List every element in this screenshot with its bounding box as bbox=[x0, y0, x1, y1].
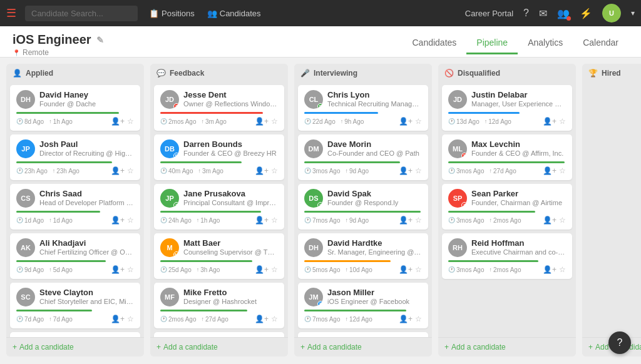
mail-icon[interactable]: ✉ bbox=[539, 8, 547, 19]
star-btn[interactable]: ☆ bbox=[415, 216, 422, 225]
add-candidate-btn[interactable]: 👤+ bbox=[543, 265, 556, 274]
list-item[interactable]: DM Dave Morin Co-Founder and CEO @ Path … bbox=[298, 134, 428, 180]
career-portal-link[interactable]: Career Portal bbox=[465, 9, 513, 18]
star-btn[interactable]: ☆ bbox=[559, 166, 566, 175]
add-candidate-btn[interactable]: 👤+ bbox=[255, 117, 269, 126]
list-item[interactable]: CS Chris Saad Head of Developer Platform… bbox=[10, 184, 140, 230]
star-btn[interactable]: ☆ bbox=[271, 265, 278, 274]
add-candidate-btn[interactable]: 👤+ bbox=[111, 117, 125, 126]
list-item[interactable]: MF Mike Fretto Designer @ Hashrocket 🕐 2… bbox=[154, 283, 284, 328]
progress-bar bbox=[304, 112, 378, 114]
card-times: 🕐 23h Ago ↑ 23h Ago bbox=[16, 168, 79, 174]
list-item[interactable]: CT Chris Tottman 👤+ ☆ bbox=[154, 332, 284, 337]
add-candidate-btn[interactable]: 👤+ bbox=[255, 166, 269, 175]
help-fab[interactable]: ? bbox=[608, 331, 631, 354]
star-btn[interactable]: ☆ bbox=[127, 315, 134, 323]
star-btn[interactable]: ☆ bbox=[559, 265, 566, 274]
help-icon[interactable]: ? bbox=[523, 8, 529, 19]
list-item[interactable]: JD 2 Jesse Dent Owner @ Reflections Wind… bbox=[154, 85, 284, 131]
star-btn[interactable]: ☆ bbox=[127, 166, 134, 175]
star-btn[interactable]: ☆ bbox=[127, 216, 134, 225]
star-btn[interactable]: ☆ bbox=[271, 166, 278, 175]
add-candidate-btn[interactable]: 👤+ bbox=[543, 216, 556, 225]
add-candidate-btn[interactable]: 👤+ bbox=[399, 166, 413, 175]
add-candidate-btn[interactable]: 👤+ bbox=[399, 265, 413, 274]
user-avatar[interactable]: U bbox=[602, 4, 621, 23]
list-item[interactable]: DB R Darren Bounds Founder & CEO @ Breez… bbox=[154, 134, 284, 180]
positions-nav[interactable]: 📋 Positions bbox=[149, 9, 195, 18]
list-item[interactable]: M M Matt Baer Counseling Supervisor @ Th… bbox=[154, 233, 284, 279]
list-item[interactable]: SC Steve Clayton Chief Storyteller and E… bbox=[10, 283, 140, 328]
add-candidate-feedback[interactable]: +Add a candidate bbox=[150, 337, 288, 356]
list-item[interactable]: JP 2 Jane Prusakova Principal Consultant… bbox=[154, 184, 284, 230]
star-btn[interactable]: ☆ bbox=[127, 265, 134, 274]
cards-scroll-disqualified: JD Justin Delabar Manager, User Experien… bbox=[438, 83, 576, 337]
list-item[interactable]: JM T Jason Miller iOS Engineer @ Faceboo… bbox=[298, 283, 428, 328]
list-item[interactable]: DH David Hardtke Sr. Manager, Engineerin… bbox=[298, 233, 428, 279]
star-btn[interactable]: ☆ bbox=[127, 117, 134, 126]
star-btn[interactable]: ☆ bbox=[271, 216, 278, 225]
tab-calendar[interactable]: Calendar bbox=[573, 33, 628, 54]
candidate-title: Founder & CEO @ Affirm, Inc. bbox=[471, 149, 566, 157]
card-info: Chris Saad Head of Developer Platform @ … bbox=[39, 189, 134, 206]
list-item[interactable]: RH Reid Hoffman Executive Chairman and c… bbox=[442, 233, 572, 279]
subheader: iOS Engineer ✎ 📍 Remote Candidates Pipel… bbox=[0, 26, 641, 58]
add-candidate-btn[interactable]: 👤+ bbox=[255, 265, 269, 274]
list-item[interactable]: RZ Randi Zuckerb... 👤+ ☆ bbox=[298, 332, 428, 337]
tab-analytics[interactable]: Analytics bbox=[518, 33, 573, 54]
add-candidate-btn[interactable]: 👤+ bbox=[543, 117, 556, 126]
add-candidate-btn[interactable]: 👤+ bbox=[111, 265, 125, 274]
card-top: CL E Chris Lyon Technical Recruiting Man… bbox=[304, 90, 422, 109]
star-btn[interactable]: ☆ bbox=[415, 117, 422, 126]
star-btn[interactable]: ☆ bbox=[559, 117, 566, 126]
card-actions: 👤+ ☆ bbox=[399, 265, 422, 274]
list-item[interactable]: JP Josh Paul Director of Recruiting @ Hi… bbox=[10, 134, 140, 180]
network-icon[interactable]: 👥 bbox=[557, 8, 570, 19]
star-btn[interactable]: ☆ bbox=[559, 216, 566, 225]
candidates-nav[interactable]: 👥 Candidates bbox=[207, 9, 261, 18]
star-btn[interactable]: ☆ bbox=[271, 117, 278, 126]
plus-icon: + bbox=[156, 343, 161, 351]
clock-icon: 🕐 bbox=[448, 118, 455, 124]
add-candidate-btn[interactable]: 👤+ bbox=[255, 315, 269, 323]
add-candidate-btn[interactable]: 👤+ bbox=[111, 315, 125, 323]
star-btn[interactable]: ☆ bbox=[271, 315, 278, 323]
add-candidate-btn[interactable]: 👤+ bbox=[111, 166, 125, 175]
hamburger-icon[interactable]: ☰ bbox=[6, 6, 16, 20]
add-candidate-btn[interactable]: 👤+ bbox=[543, 166, 556, 175]
lightning-icon[interactable]: ⚡ bbox=[580, 8, 592, 19]
star-btn[interactable]: ☆ bbox=[415, 315, 422, 323]
candidate-name: Jane Prusakova bbox=[183, 189, 278, 198]
list-item[interactable]: DH David Haney Founder @ Dache 🕐 8d Ago … bbox=[10, 85, 140, 131]
list-item[interactable]: CM Chris Messina 👤+ ☆ bbox=[10, 332, 140, 337]
list-item[interactable]: DS 2 David Spak Founder @ Respond.ly 🕐 7… bbox=[298, 184, 428, 230]
add-candidate-applied[interactable]: +Add a candidate bbox=[6, 337, 144, 356]
list-item[interactable]: AK Ali Khadjavi Chief Fertilizing Office… bbox=[10, 233, 140, 279]
add-candidate-interviewing[interactable]: +Add a candidate bbox=[294, 337, 432, 356]
add-candidate-btn[interactable]: 👤+ bbox=[111, 216, 125, 225]
list-item[interactable]: SP 1 Sean Parker Founder, Chairman @ Air… bbox=[442, 184, 572, 230]
tab-candidates[interactable]: Candidates bbox=[402, 33, 466, 54]
add-candidate-btn[interactable]: 👤+ bbox=[399, 216, 413, 225]
clock-icon: 🕐 bbox=[160, 316, 167, 322]
user-menu-arrow[interactable]: ▾ bbox=[631, 9, 635, 18]
add-candidate-btn[interactable]: 👤+ bbox=[399, 315, 413, 323]
list-item[interactable]: CL E Chris Lyon Technical Recruiting Man… bbox=[298, 85, 428, 131]
edit-icon[interactable]: ✎ bbox=[96, 35, 104, 45]
search-input[interactable] bbox=[25, 6, 138, 21]
list-item[interactable]: ML T Max Levchin Founder & CEO @ Affirm,… bbox=[442, 134, 572, 180]
add-candidate-btn[interactable]: 👤+ bbox=[255, 216, 269, 225]
plus-icon: + bbox=[444, 343, 449, 351]
card-info: Max Levchin Founder & CEO @ Affirm, Inc. bbox=[471, 139, 566, 157]
progress-bar bbox=[448, 161, 565, 163]
star-btn[interactable]: ☆ bbox=[415, 265, 422, 274]
updated-time: ↑ 5d Ago bbox=[49, 266, 73, 273]
candidate-title: Technical Recruiting Manager @ Twitch bbox=[327, 100, 422, 108]
card-actions: 👤+ ☆ bbox=[399, 216, 422, 225]
tab-pipeline[interactable]: Pipeline bbox=[466, 33, 518, 54]
add-candidate-btn[interactable]: 👤+ bbox=[399, 117, 413, 126]
star-btn[interactable]: ☆ bbox=[415, 166, 422, 175]
clock-icon: 🕐 bbox=[160, 118, 167, 124]
list-item[interactable]: JD Justin Delabar Manager, User Experien… bbox=[442, 85, 572, 131]
add-candidate-disqualified[interactable]: +Add a candidate bbox=[438, 337, 576, 356]
